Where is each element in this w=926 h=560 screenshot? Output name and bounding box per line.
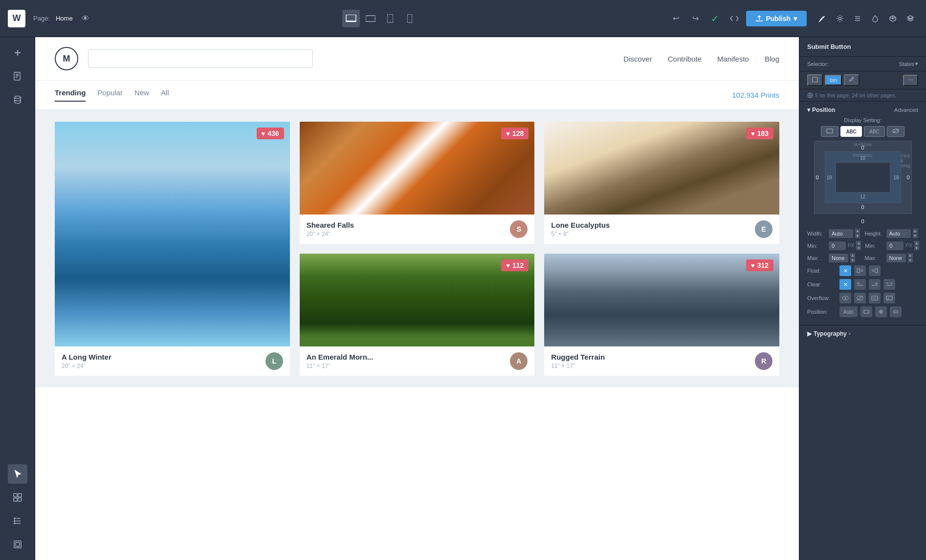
svg-rect-1 xyxy=(346,21,356,22)
pages-button[interactable] xyxy=(8,66,27,86)
min-width-input[interactable] xyxy=(829,241,846,250)
position-absolute-button[interactable] xyxy=(890,306,902,317)
add-element-button[interactable] xyxy=(8,43,27,63)
site-search-input[interactable] xyxy=(88,49,313,68)
chip-btn-icon[interactable] xyxy=(807,74,823,86)
tab-trending[interactable]: Trending xyxy=(55,88,86,102)
min-width-increment[interactable]: ▲ xyxy=(856,241,861,245)
cursor-tool-button[interactable] xyxy=(8,464,27,484)
overflow-scroll-button[interactable] xyxy=(869,293,881,303)
print-card-avatar: L xyxy=(265,352,283,370)
max-height-increment[interactable]: ▲ xyxy=(908,253,913,258)
float-right-button[interactable] xyxy=(869,265,881,276)
chip-edit-icon[interactable] xyxy=(844,74,860,86)
max-width-decrement[interactable]: ▼ xyxy=(850,258,855,262)
nav-manifesto[interactable]: Manifesto xyxy=(717,55,749,63)
display-inline-block-button[interactable]: ABC xyxy=(840,126,862,137)
frame-button[interactable] xyxy=(8,535,27,554)
width-input[interactable] xyxy=(829,229,853,238)
min-height-input[interactable] xyxy=(886,241,904,250)
overflow-text-button[interactable]: A xyxy=(883,293,895,303)
gear-tool-button[interactable] xyxy=(832,11,848,26)
float-none-button[interactable]: ✕ xyxy=(839,265,851,276)
droplet-tool-button[interactable] xyxy=(867,11,883,26)
height-decrement[interactable]: ▼ xyxy=(913,234,918,238)
height-increment[interactable]: ▲ xyxy=(913,229,918,233)
display-none-button[interactable] xyxy=(887,126,904,137)
redo-button[interactable]: ↪ xyxy=(687,11,703,26)
svg-rect-49 xyxy=(875,282,878,284)
position-right: Advanced xyxy=(894,107,918,113)
device-laptop-button[interactable] xyxy=(342,10,360,27)
brush-tool-button[interactable] xyxy=(815,11,830,26)
margin-right-value: 0 xyxy=(906,174,909,180)
like-count: 312 xyxy=(757,261,769,269)
nav-contribute[interactable]: Contribute xyxy=(668,55,702,63)
position-relative-button[interactable] xyxy=(860,306,872,317)
tab-new[interactable]: New xyxy=(134,88,149,102)
display-block-button[interactable] xyxy=(821,126,838,137)
print-card-avatar: A xyxy=(510,352,528,370)
print-card-lone-eucalyptus[interactable]: ♥ 183 Lone Eucalyptus 5" × 8" E xyxy=(544,122,779,244)
check-button[interactable]: ✓ xyxy=(707,11,723,26)
tab-all[interactable]: All xyxy=(161,88,169,102)
width-decrement[interactable]: ▼ xyxy=(855,234,860,238)
clear-both-button[interactable] xyxy=(883,279,895,290)
clear-right-button[interactable] xyxy=(869,279,881,290)
globe-icon xyxy=(807,92,813,98)
tab-popular[interactable]: Popular xyxy=(97,88,123,102)
layers-tool-button[interactable] xyxy=(903,11,918,26)
print-card-rugged-terrain[interactable]: ♥ 312 Rugged Terrain 11" × 17" R xyxy=(544,254,779,376)
clear-none-button[interactable]: ✕ xyxy=(839,279,851,290)
position-fixed-button[interactable] xyxy=(875,306,887,317)
overflow-hidden-button[interactable] xyxy=(854,293,866,303)
svg-rect-23 xyxy=(14,494,17,497)
height-input[interactable] xyxy=(886,229,911,238)
cube-tool-button[interactable] xyxy=(885,11,901,26)
states-button[interactable]: States ▾ xyxy=(899,61,918,67)
list-tool-button[interactable] xyxy=(850,11,865,26)
undo-button[interactable]: ↩ xyxy=(668,11,683,26)
min-height-group: Min: PX ▲ ▼ xyxy=(865,241,919,250)
nav-discover[interactable]: Discover xyxy=(623,55,652,63)
display-inline-button[interactable]: ABC xyxy=(864,126,885,137)
float-left-button[interactable] xyxy=(854,265,866,276)
print-card-title: Rugged Terrain xyxy=(551,353,755,361)
print-card-emerald-morn[interactable]: ♥ 112 An Emerald Morn... 11" × 17" A xyxy=(300,254,535,376)
print-card-long-winter[interactable]: ♥ 436 A Long Winter 20" × 24" L xyxy=(55,122,290,376)
prints-count: 102,934 Prints xyxy=(732,91,779,99)
width-increment[interactable]: ▲ xyxy=(855,229,860,233)
svg-rect-47 xyxy=(857,282,860,284)
publish-button[interactable]: Publish ▾ xyxy=(746,11,807,26)
clear-left-button[interactable] xyxy=(854,279,866,290)
select-tool-button[interactable] xyxy=(8,488,27,507)
max-width-input[interactable] xyxy=(829,254,848,262)
device-tablet-landscape-button[interactable] xyxy=(362,10,379,27)
overflow-visible-button[interactable] xyxy=(839,293,851,303)
min-height-decrement[interactable]: ▼ xyxy=(914,246,919,250)
svg-rect-52 xyxy=(890,282,892,284)
position-auto-button[interactable]: Auto xyxy=(839,306,858,317)
nav-blog[interactable]: Blog xyxy=(765,55,779,63)
list-items-button[interactable] xyxy=(8,511,27,531)
min-width-decrement[interactable]: ▼ xyxy=(856,246,861,250)
advanced-link[interactable]: Advanced xyxy=(894,107,918,113)
svg-point-3 xyxy=(374,18,375,19)
chip-more[interactable]: ⋯ xyxy=(903,75,918,86)
print-card-sheared-falls[interactable]: ♥ 128 Sheared Falls 20" × 24" S xyxy=(300,122,535,244)
avatar-image: E xyxy=(755,220,772,238)
chip-btn[interactable]: btn xyxy=(825,75,842,86)
min-row: Min: PX ▲ ▼ Min: PX ▲ ▼ xyxy=(807,241,918,250)
database-button[interactable] xyxy=(8,90,27,109)
max-height-input[interactable] xyxy=(886,254,906,262)
max-height-decrement[interactable]: ▼ xyxy=(908,258,913,262)
max-width-increment[interactable]: ▲ xyxy=(850,253,855,258)
preview-button[interactable]: 👁 xyxy=(79,12,92,25)
print-card-size: 20" × 24" xyxy=(307,231,510,237)
print-card-info: Rugged Terrain 11" × 17" R xyxy=(544,346,779,376)
code-button[interactable] xyxy=(727,11,742,26)
device-mobile-button[interactable] xyxy=(401,10,419,27)
device-tablet-portrait-button[interactable] xyxy=(381,10,399,27)
min-height-increment[interactable]: ▲ xyxy=(914,241,919,245)
canvas-area[interactable]: M Discover Contribute Manifesto Blog Tre… xyxy=(35,37,799,560)
